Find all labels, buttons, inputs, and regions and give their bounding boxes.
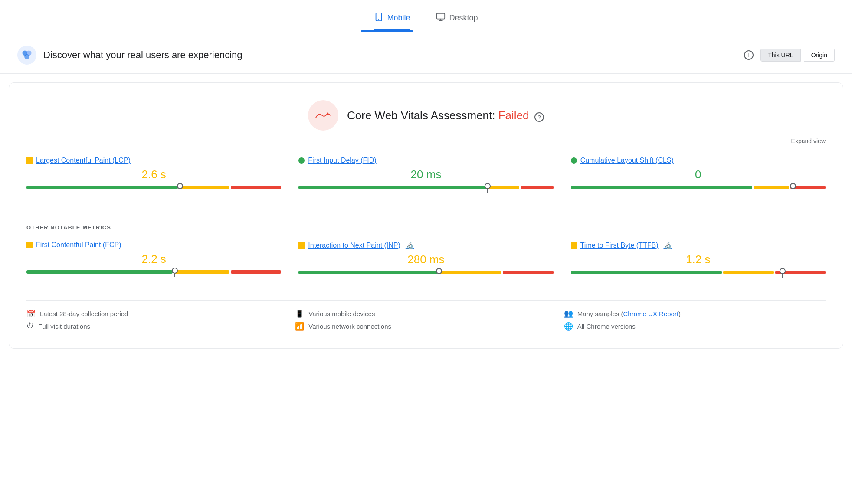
metric-label-text-inp: Interaction to Next Paint (INP) xyxy=(308,242,400,249)
metric-fcp: First Contentful Paint (FCP) 2.2 s xyxy=(26,241,281,284)
assessment-header: Core Web Vitals Assessment: Failed ? xyxy=(26,100,826,131)
section-title: Discover what your real users are experi… xyxy=(43,49,242,61)
assessment-status: Failed xyxy=(498,109,529,122)
other-metrics-label: OTHER NOTABLE METRICS xyxy=(26,224,826,231)
metric-cls: Cumulative Layout Shift (CLS) 0 xyxy=(571,157,826,199)
info-text: Latest 28-day collection period xyxy=(40,310,128,317)
svg-rect-2 xyxy=(437,13,445,19)
svg-point-7 xyxy=(24,54,29,59)
desktop-icon xyxy=(436,12,446,24)
metric-value-inp: 280 ms xyxy=(298,253,553,266)
metric-value-lcp: 2.6 s xyxy=(26,168,281,181)
metric-label-text-lcp: Largest Contentful Paint (LCP) xyxy=(36,157,131,164)
assessment-help-icon[interactable]: ? xyxy=(534,112,544,122)
metric-bar-lcp xyxy=(26,186,281,190)
info-text: Various mobile devices xyxy=(308,310,375,317)
metric-label-text-cls: Cumulative Layout Shift (CLS) xyxy=(580,157,674,164)
metric-lcp: Largest Contentful Paint (LCP) 2.6 s xyxy=(26,157,281,199)
this-url-button[interactable]: This URL xyxy=(760,49,800,62)
info-text: Various network connections xyxy=(308,323,391,330)
other-metrics-grid: First Contentful Paint (FCP) 2.2 s Inter… xyxy=(26,241,826,288)
metric-value-ttfb: 1.2 s xyxy=(571,253,826,266)
info-text: All Chrome versions xyxy=(577,323,636,330)
info-icon: 📱 xyxy=(295,309,304,318)
metric-square-ttfb xyxy=(571,242,577,249)
metric-marker-lcp xyxy=(177,183,183,193)
metric-marker-ttfb xyxy=(780,268,786,278)
metric-label-inp[interactable]: Interaction to Next Paint (INP) 🔬 xyxy=(298,241,553,249)
info-icon: 📅 xyxy=(26,309,36,318)
bottom-info-item-1-2: ⏱Full visit durations xyxy=(26,322,288,331)
info-icon: 🌐 xyxy=(564,322,573,331)
flask-icon-ttfb: 🔬 xyxy=(664,241,672,249)
metric-dot-cls xyxy=(571,157,577,164)
metric-marker-fcp xyxy=(172,268,178,277)
metric-label-fcp[interactable]: First Contentful Paint (FCP) xyxy=(26,241,281,249)
metric-label-text-fcp: First Contentful Paint (FCP) xyxy=(36,241,121,249)
metric-label-text-ttfb: Time to First Byte (TTFB) xyxy=(580,242,659,249)
info-icon: ⏱ xyxy=(26,322,34,331)
metric-marker-inp xyxy=(436,268,442,278)
assessment-prefix: Core Web Vitals Assessment: xyxy=(347,109,498,122)
bottom-info: 📅Latest 28-day collection period⏱Full vi… xyxy=(26,300,826,334)
failed-icon xyxy=(308,100,338,131)
metric-value-fid: 20 ms xyxy=(298,168,553,181)
info-icon[interactable]: i xyxy=(744,50,754,60)
metric-label-cls[interactable]: Cumulative Layout Shift (CLS) xyxy=(571,157,826,164)
info-text: Full visit durations xyxy=(38,323,90,330)
url-toggle: i This URL Origin xyxy=(744,49,835,62)
bottom-info-item-3-1: 👥Many samples (Chrome UX Report) xyxy=(564,309,826,318)
metric-bar-fcp xyxy=(26,270,281,275)
metric-label-lcp[interactable]: Largest Contentful Paint (LCP) xyxy=(26,157,281,164)
chrome-ux-report-link[interactable]: Chrome UX Report xyxy=(623,310,679,317)
metric-marker-fid xyxy=(485,183,491,193)
bottom-info-col-2: 📱Various mobile devices📶Various network … xyxy=(295,309,557,334)
info-icon: 📶 xyxy=(295,322,304,331)
bottom-info-item-1-1: 📅Latest 28-day collection period xyxy=(26,309,288,318)
metric-square-inp xyxy=(298,242,305,249)
expand-label: Expand view xyxy=(791,137,826,144)
tab-mobile[interactable]: Mobile xyxy=(374,12,410,30)
info-text: Many samples (Chrome UX Report) xyxy=(577,310,681,317)
tab-desktop[interactable]: Desktop xyxy=(436,12,478,30)
bottom-info-item-2-1: 📱Various mobile devices xyxy=(295,309,557,318)
origin-button[interactable]: Origin xyxy=(804,49,835,62)
bottom-info-col-1: 📅Latest 28-day collection period⏱Full vi… xyxy=(26,309,288,334)
metric-ttfb: Time to First Byte (TTFB) 🔬 1.2 s xyxy=(571,241,826,284)
metric-label-fid[interactable]: First Input Delay (FID) xyxy=(298,157,553,164)
info-icon: 👥 xyxy=(564,309,573,318)
metric-dot-fid xyxy=(298,157,305,164)
metric-label-text-fid: First Input Delay (FID) xyxy=(308,157,376,164)
metric-inp: Interaction to Next Paint (INP) 🔬 280 ms xyxy=(298,241,553,284)
metric-marker-cls xyxy=(790,183,796,193)
metric-value-cls: 0 xyxy=(571,168,826,181)
bottom-info-col-3: 👥Many samples (Chrome UX Report)🌐All Chr… xyxy=(564,309,826,334)
section-header: Discover what your real users are experi… xyxy=(0,33,852,74)
metric-bar-cls xyxy=(571,186,826,190)
metric-square-lcp xyxy=(26,157,33,164)
tab-mobile-label: Mobile xyxy=(387,13,410,23)
bottom-info-item-2-2: 📶Various network connections xyxy=(295,322,557,331)
bottom-info-item-3-2: 🌐All Chrome versions xyxy=(564,322,826,331)
metric-bar-inp xyxy=(298,271,553,275)
metric-bar-fid xyxy=(298,186,553,190)
avatar-icon xyxy=(17,46,36,65)
core-metrics-grid: Largest Contentful Paint (LCP) 2.6 s Fir… xyxy=(26,157,826,212)
metric-fid: First Input Delay (FID) 20 ms xyxy=(298,157,553,199)
metric-bar-ttfb xyxy=(571,271,826,275)
info-symbol: i xyxy=(748,52,750,59)
expand-view-button[interactable]: Expand view xyxy=(26,137,826,144)
flask-icon-inp: 🔬 xyxy=(406,241,414,249)
mobile-icon xyxy=(374,12,383,24)
metric-square-fcp xyxy=(26,242,33,248)
main-card: Core Web Vitals Assessment: Failed ? Exp… xyxy=(9,82,843,349)
metric-label-ttfb[interactable]: Time to First Byte (TTFB) 🔬 xyxy=(571,241,826,249)
tab-desktop-label: Desktop xyxy=(449,13,478,23)
metric-value-fcp: 2.2 s xyxy=(26,252,281,266)
assessment-title: Core Web Vitals Assessment: Failed ? xyxy=(347,109,544,122)
